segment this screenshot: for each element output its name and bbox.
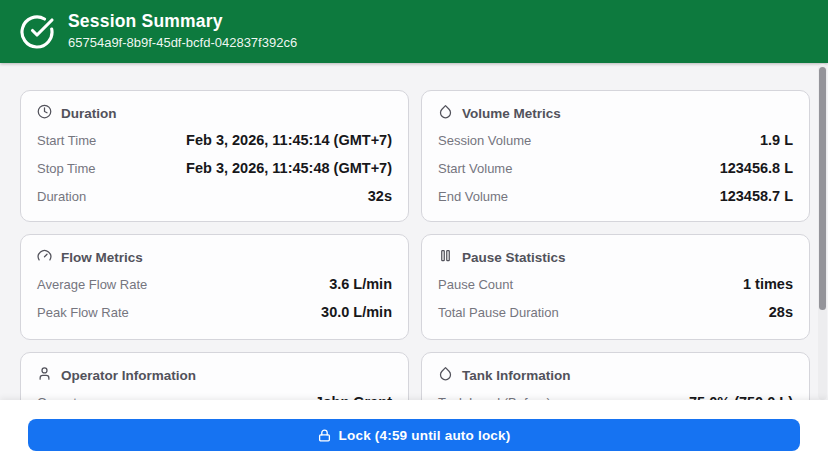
table-row: Stop Time Feb 3, 2026, 11:45:48 (GMT+7) — [37, 160, 392, 178]
table-row: Start Volume 123456.8 L — [438, 160, 793, 178]
table-row: Duration 32s — [37, 188, 392, 206]
vertical-scrollbar[interactable] — [818, 64, 827, 400]
card-title: Flow Metrics — [61, 250, 143, 265]
row-value: 3.6 L/min — [329, 276, 392, 292]
table-row: End Volume 123458.7 L — [438, 188, 793, 206]
lock-button[interactable]: Lock (4:59 until auto lock) — [28, 419, 800, 451]
scrollbar-thumb[interactable] — [819, 67, 826, 310]
row-label: Peak Flow Rate — [37, 305, 129, 320]
flow-metrics-card: Flow Metrics Average Flow Rate 3.6 L/min… — [20, 234, 409, 340]
page-title: Session Summary — [68, 11, 297, 33]
gauge-icon — [37, 248, 52, 266]
lock-button-label: Lock (4:59 until auto lock) — [339, 428, 511, 443]
card-title: Duration — [61, 106, 117, 121]
table-row: Average Flow Rate 3.6 L/min — [37, 276, 392, 294]
card-title: Tank Information — [462, 368, 571, 383]
row-label: Start Volume — [438, 161, 512, 176]
session-id: 65754a9f-8b9f-45df-bcfd-042837f392c6 — [68, 35, 297, 51]
lock-icon — [318, 429, 331, 442]
row-value: Feb 3, 2026, 11:45:48 (GMT+7) — [186, 160, 392, 176]
row-label: Average Flow Rate — [37, 277, 147, 292]
row-value: 32s — [368, 188, 392, 204]
row-label: Session Volume — [438, 133, 531, 148]
table-row: Total Pause Duration 28s — [438, 304, 793, 322]
check-circle-icon — [18, 13, 55, 50]
row-value: Feb 3, 2026, 11:45:14 (GMT+7) — [186, 132, 392, 148]
card-title: Operator Information — [61, 368, 196, 383]
table-row: Pause Count 1 times — [438, 276, 793, 294]
droplet-icon — [438, 366, 453, 384]
pause-statistics-card: Pause Statistics Pause Count 1 times Tot… — [421, 234, 810, 340]
table-row: Peak Flow Rate 30.0 L/min — [37, 304, 392, 322]
table-row: Session Volume 1.9 L — [438, 132, 793, 150]
user-icon — [37, 366, 52, 384]
row-label: Duration — [37, 189, 86, 204]
pause-icon — [438, 248, 453, 266]
duration-card: Duration Start Time Feb 3, 2026, 11:45:1… — [20, 90, 409, 222]
row-value: 123456.8 L — [720, 160, 793, 176]
session-summary-header: Session Summary 65754a9f-8b9f-45df-bcfd-… — [0, 0, 828, 63]
lock-footer-bar: Lock (4:59 until auto lock) — [0, 400, 828, 466]
row-label: Stop Time — [37, 161, 96, 176]
card-title: Volume Metrics — [462, 106, 561, 121]
row-value: 123458.7 L — [720, 188, 793, 204]
row-value: 30.0 L/min — [321, 304, 392, 320]
table-row: Start Time Feb 3, 2026, 11:45:14 (GMT+7) — [37, 132, 392, 150]
row-label: Total Pause Duration — [438, 305, 559, 320]
row-label: End Volume — [438, 189, 508, 204]
row-value: 1.9 L — [760, 132, 793, 148]
row-value: 28s — [769, 304, 793, 320]
row-label: Pause Count — [438, 277, 513, 292]
card-title: Pause Statistics — [462, 250, 566, 265]
row-label: Start Time — [37, 133, 96, 148]
volume-metrics-card: Volume Metrics Session Volume 1.9 L Star… — [421, 90, 810, 222]
clock-icon — [37, 104, 52, 122]
row-value: 1 times — [743, 276, 793, 292]
droplet-icon — [438, 104, 453, 122]
